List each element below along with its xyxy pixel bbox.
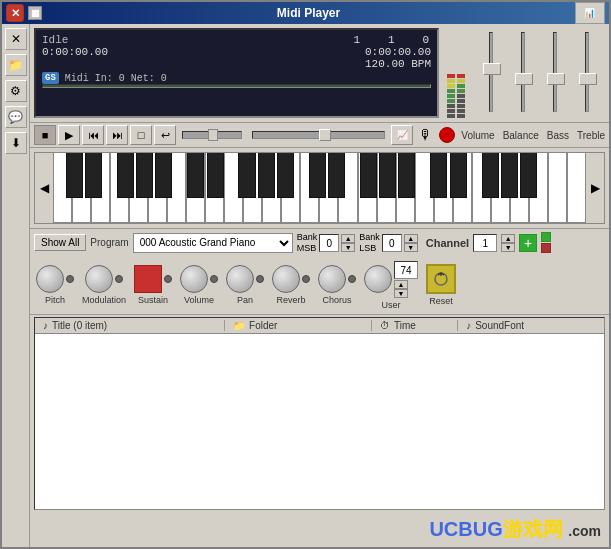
graph-button[interactable]: 📈	[391, 125, 413, 145]
black-key-17[interactable]	[450, 153, 467, 198]
modulation-dot[interactable]	[115, 275, 123, 283]
volume-knob[interactable]	[180, 265, 208, 293]
black-key-19[interactable]	[501, 153, 518, 198]
black-key-20[interactable]	[520, 153, 537, 198]
keyboard-right-button[interactable]: ▶	[586, 153, 604, 223]
tempo-slider[interactable]	[182, 131, 242, 139]
pitch-dot[interactable]	[66, 275, 74, 283]
file-list-header: ♪ Title (0 item) 📁 Folder ⏱ Time ♪ Sound…	[35, 318, 604, 334]
black-key-16[interactable]	[430, 153, 447, 198]
col-title[interactable]: ♪ Title (0 item)	[35, 320, 225, 331]
black-key-8[interactable]	[238, 153, 255, 198]
pitch-knob[interactable]	[36, 265, 64, 293]
prev-button[interactable]: ⏮	[82, 125, 104, 145]
channel-down[interactable]: ▼	[501, 243, 515, 252]
bank-msb-up[interactable]: ▲	[341, 234, 355, 243]
balance-track[interactable]	[521, 32, 525, 112]
black-key-7[interactable]	[207, 153, 224, 198]
meter-right	[457, 74, 465, 118]
user-knob-area: 74 ▲ ▼	[364, 261, 418, 298]
sidebar-btn-2[interactable]: 📁	[5, 54, 27, 76]
black-key-1[interactable]	[66, 153, 83, 198]
reverb-knob[interactable]	[272, 265, 300, 293]
volume-dot[interactable]	[210, 275, 218, 283]
pan-dot[interactable]	[256, 275, 264, 283]
black-key-10[interactable]	[277, 153, 294, 198]
mic-button[interactable]: 🎙	[415, 125, 437, 145]
col-soundfont[interactable]: ♪ SoundFont	[458, 320, 604, 331]
treble-thumb[interactable]	[579, 73, 597, 85]
grid-icon[interactable]: ▦	[28, 6, 42, 20]
chart-button[interactable]: 📊	[575, 2, 605, 24]
meter-seg-r-off5	[457, 114, 465, 118]
chorus-dot[interactable]	[348, 275, 356, 283]
position-slider[interactable]	[252, 131, 385, 139]
sustain-button[interactable]	[134, 265, 162, 293]
user-up[interactable]: ▲	[394, 280, 408, 289]
user-spin-buttons: ▲ ▼	[394, 280, 418, 298]
program-select[interactable]: 000 Acoustic Grand Piano	[133, 233, 293, 253]
add-channel-button[interactable]: +	[519, 234, 537, 252]
black-key-6[interactable]	[187, 153, 204, 198]
black-key-12[interactable]	[328, 153, 345, 198]
meter-seg-off3	[447, 114, 455, 118]
loop-button[interactable]: □	[130, 125, 152, 145]
bank-lsb-group: BankLSB 0 ▲ ▼	[359, 232, 418, 254]
black-key-4[interactable]	[136, 153, 153, 198]
bank-msb-down[interactable]: ▼	[341, 243, 355, 252]
white-key-28[interactable]	[567, 153, 586, 223]
position-thumb[interactable]	[319, 129, 331, 141]
sidebar-btn-3[interactable]: ⚙	[5, 80, 27, 102]
progress-bar[interactable]	[42, 84, 431, 88]
keyboard-left-button[interactable]: ◀	[35, 153, 53, 223]
pan-knob[interactable]	[226, 265, 254, 293]
record-button[interactable]	[439, 127, 455, 143]
pan-label: Pan	[237, 295, 253, 305]
black-key-18[interactable]	[482, 153, 499, 198]
bank-lsb-down[interactable]: ▼	[404, 243, 418, 252]
play-button[interactable]: ▶	[58, 125, 80, 145]
bank-lsb-up[interactable]: ▲	[404, 234, 418, 243]
tempo-thumb[interactable]	[208, 129, 218, 141]
pan-group: Pan	[226, 265, 264, 305]
sidebar-btn-4[interactable]: 💬	[5, 106, 27, 128]
bass-thumb[interactable]	[547, 73, 565, 85]
black-key-5[interactable]	[155, 153, 172, 198]
reset-button[interactable]	[426, 264, 456, 294]
next-button[interactable]: ⏭	[106, 125, 128, 145]
black-key-9[interactable]	[258, 153, 275, 198]
sidebar-btn-5[interactable]: ⬇	[5, 132, 27, 154]
user-down[interactable]: ▼	[394, 289, 408, 298]
show-all-button[interactable]: Show All	[34, 234, 86, 251]
sidebar-btn-1[interactable]: ✕	[5, 28, 27, 50]
sf-icon: ♪	[466, 320, 471, 331]
channel-up[interactable]: ▲	[501, 234, 515, 243]
black-key-13[interactable]	[360, 153, 377, 198]
meter-seg-r-off1	[457, 94, 465, 98]
user-knob[interactable]	[364, 265, 392, 293]
modulation-knob[interactable]	[85, 265, 113, 293]
bass-track[interactable]	[553, 32, 557, 112]
black-key-11[interactable]	[309, 153, 326, 198]
repeat-button[interactable]: ↩	[154, 125, 176, 145]
wm-uc: UC	[429, 518, 458, 540]
black-key-3[interactable]	[117, 153, 134, 198]
treble-track[interactable]	[585, 32, 589, 112]
white-key-27[interactable]	[548, 153, 567, 223]
col-folder[interactable]: 📁 Folder	[225, 320, 372, 331]
col-time[interactable]: ⏱ Time	[372, 320, 458, 331]
green-indicator	[541, 232, 551, 242]
black-key-14[interactable]	[379, 153, 396, 198]
balance-thumb[interactable]	[515, 73, 533, 85]
reverb-dot[interactable]	[302, 275, 310, 283]
volume-thumb[interactable]	[483, 63, 501, 75]
stop-button[interactable]: ■	[34, 125, 56, 145]
close-button[interactable]: ✕	[6, 4, 24, 22]
piano-keyboard[interactable]	[53, 153, 586, 223]
chorus-knob[interactable]	[318, 265, 346, 293]
black-key-15[interactable]	[398, 153, 415, 198]
black-key-2[interactable]	[85, 153, 102, 198]
volume-track[interactable]	[489, 32, 493, 112]
sustain-dot[interactable]	[164, 275, 172, 283]
gs-row: GS Midi In: 0 Net: 0	[42, 72, 431, 84]
